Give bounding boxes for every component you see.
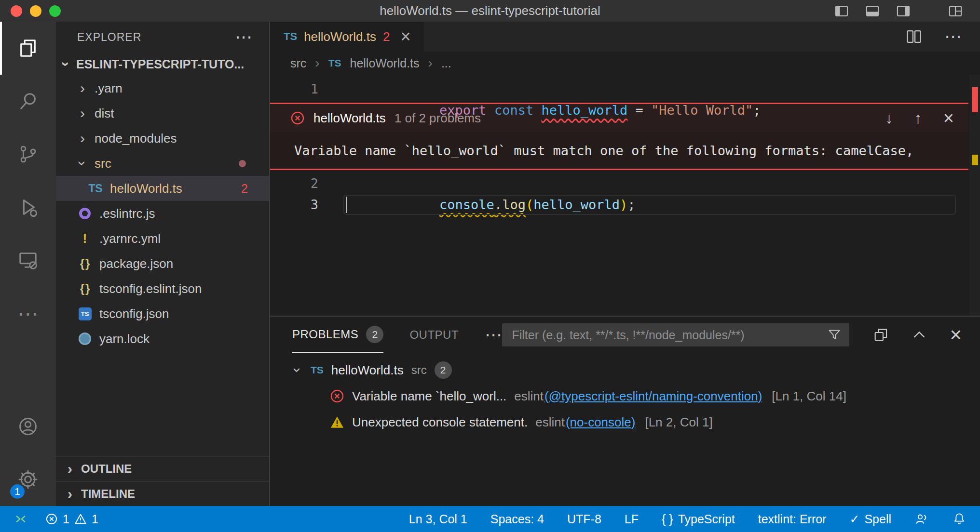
language-mode[interactable]: { } TypeScript	[650, 506, 747, 532]
project-root-row[interactable]: › ESLINT-TYPESCRIPT-TUTO...	[56, 53, 269, 76]
problems-file-group[interactable]: › TS helloWorld.ts src 2	[270, 357, 980, 383]
file-row-yarnrc[interactable]: ! .yarnrc.yml	[56, 226, 269, 251]
problem-rule-link[interactable]: (@typescript-eslint/naming-convention)	[544, 389, 762, 404]
current-line-highlight	[343, 195, 956, 215]
file-row-yarn-lock[interactable]: yarn.lock	[56, 326, 269, 351]
spell-status[interactable]: ✓ Spell	[838, 506, 903, 532]
modified-dot-badge	[239, 160, 246, 167]
tab-output[interactable]: OUTPUT	[409, 317, 459, 353]
more-actions-icon[interactable]: ⋯	[944, 27, 962, 47]
editor-scrollbar[interactable]	[969, 75, 980, 316]
breadcrumb-symbol[interactable]: ...	[441, 56, 451, 70]
maximize-window-button[interactable]	[49, 5, 61, 17]
token-const: const	[494, 103, 542, 118]
folder-row-node-modules[interactable]: › node_modules	[56, 126, 269, 151]
filter-funnel-icon[interactable]	[827, 328, 842, 342]
eol-sequence[interactable]: LF	[613, 506, 650, 532]
code-line-3: 3	[270, 194, 980, 215]
problem-source: eslint	[535, 415, 565, 430]
project-name: ESLINT-TYPESCRIPT-TUTO...	[76, 57, 244, 71]
tab-problems[interactable]: PROBLEMS 2	[292, 317, 383, 353]
text-cursor	[346, 197, 347, 213]
typescript-file-icon: TS	[88, 182, 102, 195]
peek-problem-count: 1 of 2 problems	[395, 111, 481, 126]
file-row-helloworld[interactable]: TS helloWorld.ts 2	[56, 176, 269, 201]
line-number: 2	[270, 173, 318, 194]
error-count: 1	[63, 512, 69, 526]
check-icon: ✓	[849, 512, 859, 526]
maximize-panel-icon[interactable]	[911, 327, 927, 343]
additional-views-button[interactable]: ⋯	[0, 287, 56, 340]
close-peek-icon[interactable]: ×	[943, 108, 954, 129]
split-editor-icon[interactable]	[905, 27, 923, 46]
chevron-right-icon: ›	[77, 81, 88, 95]
json-file-icon: { }	[80, 282, 90, 295]
toggle-secondary-sidebar-icon[interactable]	[895, 3, 912, 19]
toggle-panel-icon[interactable]	[864, 3, 881, 19]
problems-list: › TS helloWorld.ts src 2 Variable name `…	[270, 353, 980, 506]
chevron-down-icon: ›	[290, 365, 305, 375]
breadcrumb-folder[interactable]: src	[290, 56, 306, 70]
problem-row-error[interactable]: Variable name `hello_worl... eslint(@typ…	[270, 383, 980, 409]
files-icon	[17, 37, 39, 59]
accounts-button[interactable]	[0, 400, 56, 453]
close-window-button[interactable]	[11, 5, 22, 17]
chevron-down-icon: ›	[59, 59, 73, 69]
tab-helloworld[interactable]: TS helloWorld.ts 2 ×	[270, 22, 424, 52]
breadcrumb-file[interactable]: helloWorld.ts	[350, 56, 420, 70]
braces-icon: { }	[662, 512, 673, 526]
overview-warning-mark	[972, 155, 978, 165]
folder-name: node_modules	[95, 131, 177, 146]
file-row-tsconfig-eslint[interactable]: { } tsconfig.eslint.json	[56, 276, 269, 301]
problem-location: [Ln 2, Col 1]	[645, 415, 712, 430]
explorer-view-button[interactable]	[0, 22, 56, 75]
minimize-window-button[interactable]	[30, 5, 41, 17]
problem-rule-link[interactable]: (no-console)	[566, 415, 636, 430]
settings-badge: 1	[9, 483, 26, 500]
timeline-section-header[interactable]: › TIMELINE	[56, 481, 269, 506]
code-editor[interactable]: 1 export const hello_world = "Hello Worl…	[270, 75, 980, 316]
problems-filter-input[interactable]	[512, 328, 827, 342]
explorer-sidebar: EXPLORER ⋯ › ESLINT-TYPESCRIPT-TUTO... ›…	[56, 22, 270, 506]
typescript-file-icon: TS	[328, 57, 341, 69]
search-view-button[interactable]	[0, 75, 56, 128]
error-icon	[330, 389, 344, 403]
warning-icon	[330, 415, 344, 429]
customize-layout-icon[interactable]	[947, 3, 964, 19]
remote-explorer-view-button[interactable]	[0, 234, 56, 287]
vscode-window: helloWorld.ts — eslint-typescript-tutori…	[0, 0, 980, 532]
status-bar: 1 1 Ln 3, Col 1 Spaces: 4 UTF-8 LF { } T…	[0, 506, 980, 532]
file-row-package-json[interactable]: { } package.json	[56, 251, 269, 276]
toggle-primary-sidebar-icon[interactable]	[833, 3, 850, 19]
feedback-button[interactable]	[903, 506, 940, 532]
problems-status[interactable]: 1 1	[37, 506, 107, 532]
file-row-eslintrc[interactable]: .eslintrc.js	[56, 201, 269, 226]
settings-button[interactable]: 1	[0, 453, 56, 506]
cursor-position[interactable]: Ln 3, Col 1	[397, 506, 479, 532]
source-control-view-button[interactable]	[0, 128, 56, 181]
notifications-button[interactable]	[940, 506, 980, 532]
next-problem-icon[interactable]: ↓	[885, 109, 893, 127]
remote-indicator[interactable]	[0, 506, 37, 532]
typescript-file-icon: TS	[311, 364, 324, 376]
search-icon	[17, 90, 39, 112]
textlint-status[interactable]: textlint: Error	[747, 506, 838, 532]
encoding[interactable]: UTF-8	[556, 506, 613, 532]
explorer-more-button[interactable]: ⋯	[235, 27, 253, 47]
view-mode-icon[interactable]	[872, 327, 889, 343]
indentation[interactable]: Spaces: 4	[479, 506, 556, 532]
run-debug-view-button[interactable]	[0, 181, 56, 234]
folder-row-src[interactable]: › src	[56, 151, 269, 176]
problem-row-warning[interactable]: Unexpected console statement. eslint(no-…	[270, 409, 980, 435]
close-tab-icon[interactable]: ×	[400, 28, 410, 45]
previous-problem-icon[interactable]: ↑	[914, 109, 922, 127]
file-name: .eslintrc.js	[99, 206, 155, 221]
outline-section-header[interactable]: › OUTLINE	[56, 456, 269, 481]
problems-filter-box	[502, 323, 849, 346]
folder-row-yarn[interactable]: › .yarn	[56, 76, 269, 101]
folder-row-dist[interactable]: › dist	[56, 101, 269, 126]
run-debug-icon	[17, 196, 39, 218]
panel-more-tabs-icon[interactable]: ⋯	[485, 325, 502, 345]
file-row-tsconfig[interactable]: TS tsconfig.json	[56, 301, 269, 326]
close-panel-icon[interactable]: ×	[950, 325, 962, 345]
